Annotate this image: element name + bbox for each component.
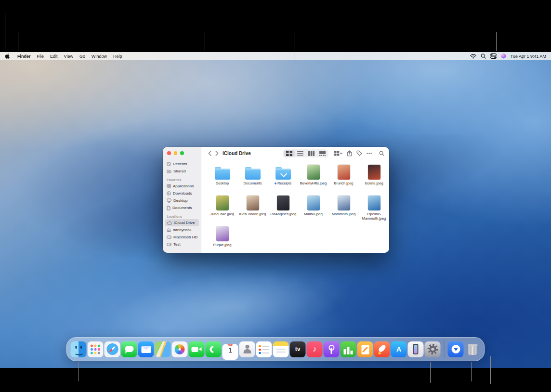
dock-safari-icon[interactable]: [105, 341, 120, 357]
search-icon[interactable]: [481, 53, 486, 59]
sidebar-item-icloud-drive[interactable]: iCloud Drive: [165, 219, 199, 226]
clock-icon: [167, 162, 171, 166]
dock-launchpad-icon[interactable]: [88, 341, 104, 357]
menu-file[interactable]: File: [37, 54, 44, 59]
file-name: Mammoth.jpeg: [332, 212, 356, 216]
menu-finder[interactable]: Finder: [17, 54, 31, 59]
search-button[interactable]: [379, 151, 384, 156]
file-item[interactable]: Brunch.jpeg: [328, 162, 359, 193]
file-item[interactable]: Receipts: [268, 162, 298, 193]
finder-main: iCloud Drive DesktopDocumentsReceiptsBev…: [201, 147, 389, 253]
file-item[interactable]: Pipeline-Mammoth.jpeg: [359, 193, 389, 224]
image-thumbnail: [216, 196, 229, 210]
file-item[interactable]: Mammoth.jpeg: [328, 193, 359, 224]
sidebar-item-macintosh-hd[interactable]: Macintosh HD: [165, 234, 199, 241]
download-arrow-icon: [280, 170, 287, 177]
wifi-icon[interactable]: [470, 54, 476, 59]
tag-button[interactable]: [356, 150, 362, 156]
file-item[interactable]: Documents: [237, 162, 268, 193]
image-thumbnail: [368, 196, 380, 210]
dock-contacts-icon[interactable]: [239, 341, 255, 357]
sidebar-item-documents[interactable]: Documents: [165, 204, 199, 211]
file-item[interactable]: KidsLondon.jpeg: [237, 193, 268, 224]
file-item[interactable]: Isolate.jpeg: [359, 162, 389, 193]
file-item[interactable]: JuneLake.jpeg: [207, 193, 237, 224]
dock-settings-icon[interactable]: [425, 341, 441, 357]
sidebar-item-shared[interactable]: Shared: [165, 168, 199, 175]
window-title: iCloud Drive: [223, 151, 251, 156]
sidebar-item-applications[interactable]: Applications: [165, 183, 199, 190]
file-name: BeverlyHills.jpeg: [300, 181, 327, 185]
file-item[interactable]: Desktop: [207, 162, 237, 193]
dock-numbers-icon[interactable]: [341, 341, 356, 357]
siri-icon[interactable]: [501, 53, 506, 59]
icon-view-button[interactable]: [284, 150, 295, 157]
disk-icon: [167, 235, 171, 239]
dock-finder-icon[interactable]: [71, 341, 87, 357]
dock-games-icon[interactable]: [374, 341, 390, 357]
zoom-button[interactable]: [180, 151, 184, 155]
dock-messages-icon[interactable]: [121, 341, 137, 357]
file-item[interactable]: Purple.jpeg: [207, 224, 237, 253]
sidebar-item-downloads[interactable]: Downloads: [165, 190, 199, 197]
documents-icon: [167, 206, 171, 210]
sidebar-item-dannyrico1[interactable]: dannyrico1: [165, 226, 199, 234]
column-view-button[interactable]: [306, 150, 317, 157]
gallery-view-button[interactable]: [317, 150, 328, 157]
app-glyph: A: [391, 341, 407, 357]
back-button[interactable]: [206, 151, 213, 156]
home-icon: [167, 228, 171, 232]
dock-notes-icon[interactable]: [273, 341, 289, 357]
sidebar-section-title: Favorites: [167, 178, 197, 182]
dock-tv-icon[interactable]: tv: [290, 341, 306, 357]
dock-appstore-icon[interactable]: A: [391, 341, 407, 357]
close-button[interactable]: [167, 151, 171, 155]
dock-music-icon[interactable]: ♪: [307, 341, 323, 357]
minimize-button[interactable]: [174, 151, 178, 155]
more-button[interactable]: [367, 153, 372, 154]
share-button[interactable]: [347, 150, 352, 157]
menu-go[interactable]: Go: [79, 54, 85, 59]
file-grid: DesktopDocumentsReceiptsBeverlyHills.jpe…: [201, 159, 389, 253]
menu-window[interactable]: Window: [92, 54, 107, 59]
sidebar-item-test[interactable]: Test: [165, 241, 199, 248]
forward-button[interactable]: [213, 151, 221, 156]
dock-iphone-mirroring-icon[interactable]: [408, 341, 424, 357]
downloads-icon: [167, 191, 171, 196]
menu-edit[interactable]: Edit: [50, 54, 58, 59]
dock-photos-icon[interactable]: [172, 341, 188, 357]
dock-separator: [444, 340, 445, 358]
menu-help[interactable]: Help: [113, 54, 122, 59]
file-name: Desktop: [216, 181, 229, 185]
dock-pages-icon[interactable]: [357, 341, 373, 357]
dock-facetime-icon[interactable]: [189, 341, 205, 357]
image-thumbnail: [307, 165, 320, 180]
file-item[interactable]: LosAngeles.jpeg: [268, 193, 298, 224]
dock-downloads-icon[interactable]: [448, 341, 464, 357]
sidebar-item-desktop[interactable]: Desktop: [165, 197, 199, 204]
menu-bar-clock[interactable]: Tue Apr 1 9:41 AM: [511, 54, 546, 59]
dock-reminders-icon[interactable]: [256, 341, 272, 357]
group-by-button[interactable]: [334, 151, 342, 156]
callout-line: [490, 356, 491, 384]
menu-view[interactable]: View: [64, 54, 73, 59]
dock-trash-icon[interactable]: [465, 341, 481, 357]
list-view-button[interactable]: [295, 150, 306, 157]
file-item[interactable]: BeverlyHills.jpeg: [298, 162, 328, 193]
dock-mail-icon[interactable]: [138, 341, 154, 357]
image-thumbnail: [216, 226, 229, 241]
callout-line: [496, 32, 497, 51]
finder-window: RecentsSharedFavoritesApplicationsDownlo…: [163, 147, 389, 253]
dock-podcasts-icon[interactable]: [324, 341, 340, 357]
apple-menu-icon[interactable]: [5, 53, 10, 59]
callout-line: [111, 32, 111, 51]
icloud-icon: [167, 221, 172, 225]
dock-phone-icon[interactable]: [206, 341, 222, 357]
sidebar-item-recents[interactable]: Recents: [165, 160, 199, 168]
sidebar-item-label: Documents: [172, 206, 192, 210]
sidebar-item-label: Test: [173, 242, 181, 247]
dock-calendar-icon[interactable]: TUE1: [223, 341, 238, 357]
dock-maps-icon[interactable]: [155, 341, 171, 357]
file-item[interactable]: Malibu.jpeg: [298, 193, 328, 224]
control-center-icon[interactable]: [490, 53, 497, 59]
